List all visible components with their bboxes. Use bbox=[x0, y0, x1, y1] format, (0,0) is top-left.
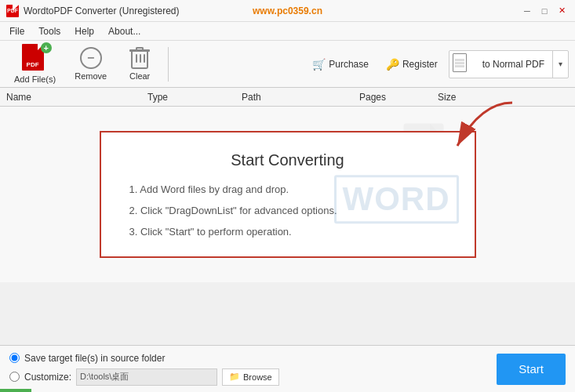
progress-bar bbox=[0, 389, 31, 392]
instruction-step-2: 2. Click "DragDownList" for advanced opt… bbox=[129, 205, 446, 216]
browse-button[interactable]: 📁 Browse bbox=[222, 368, 279, 386]
close-button[interactable]: ✕ bbox=[555, 4, 569, 18]
add-files-label: Add File(s) bbox=[14, 74, 56, 84]
convert-main-button[interactable]: to Normal PDF bbox=[475, 51, 552, 78]
instruction-box: Start Converting WORD 1. Add Word files … bbox=[100, 131, 476, 258]
trash-icon bbox=[131, 47, 148, 69]
instruction-step-3: 3. Click "Start" to perform operation. bbox=[129, 226, 446, 238]
menu-tools[interactable]: Tools bbox=[32, 24, 67, 38]
watermark-site: www.pc0359.cn bbox=[253, 5, 322, 16]
cart-icon: 🛒 bbox=[312, 58, 326, 71]
title-bar: PDF WordtoPDF Converter (Unregistered) w… bbox=[0, 0, 575, 22]
customize-row: Customize: 📁 Browse bbox=[9, 368, 497, 386]
clear-label: Clear bbox=[129, 71, 150, 81]
save-source-label: Save target file(s) in source folder bbox=[24, 353, 165, 364]
toolbar: PDF + Add File(s) − Remove Clear 🛒 Purch bbox=[0, 41, 575, 88]
path-input[interactable] bbox=[76, 368, 217, 386]
purchase-label: Purchase bbox=[329, 59, 369, 70]
menu-about[interactable]: About... bbox=[102, 24, 147, 38]
save-source-radio[interactable] bbox=[9, 353, 20, 363]
customize-radio[interactable] bbox=[9, 372, 20, 382]
remove-label: Remove bbox=[75, 71, 107, 81]
instruction-step-1: 1. Add Word files by drag and drop. bbox=[129, 183, 446, 195]
remove-button[interactable]: − Remove bbox=[67, 44, 115, 84]
title-controls: ─ □ ✕ bbox=[520, 4, 569, 18]
add-files-button[interactable]: PDF + Add File(s) bbox=[6, 41, 64, 87]
bottom-bar: Save target file(s) in source folder Cus… bbox=[0, 345, 575, 392]
title-text: WordtoPDF Converter (Unregistered) bbox=[24, 5, 180, 16]
customize-label: Customize: bbox=[24, 372, 71, 383]
menu-file[interactable]: File bbox=[3, 24, 31, 38]
clear-button[interactable]: Clear bbox=[118, 44, 162, 84]
register-button[interactable]: 🔑 Register bbox=[380, 55, 444, 74]
title-bar-left: PDF WordtoPDF Converter (Unregistered) bbox=[6, 5, 180, 17]
convert-icon bbox=[449, 51, 475, 78]
app-icon: PDF bbox=[6, 5, 19, 17]
key-icon: 🔑 bbox=[386, 58, 399, 71]
save-source-row: Save target file(s) in source folder bbox=[9, 353, 497, 364]
pdf-add-icon: PDF + bbox=[22, 44, 49, 72]
menu-bar: File Tools Help About... bbox=[0, 22, 575, 41]
browse-label: Browse bbox=[243, 372, 272, 382]
save-options: Save target file(s) in source folder Cus… bbox=[9, 353, 497, 386]
convert-dropdown: to Normal PDF ▾ bbox=[449, 50, 569, 78]
folder-icon: 📁 bbox=[229, 372, 240, 382]
instruction-list: 1. Add Word files by drag and drop. 2. C… bbox=[129, 183, 446, 238]
col-header-type: Type bbox=[147, 92, 242, 103]
minimize-button[interactable]: ─ bbox=[520, 4, 534, 18]
instruction-title: Start Converting bbox=[129, 151, 446, 169]
register-label: Register bbox=[402, 59, 438, 70]
main-area: Start Converting WORD 1. Add Word files … bbox=[0, 107, 575, 282]
col-header-pages: Pages bbox=[359, 92, 438, 103]
start-button[interactable]: Start bbox=[497, 354, 566, 385]
menu-help[interactable]: Help bbox=[68, 24, 100, 38]
remove-icon: − bbox=[80, 47, 102, 69]
col-header-name: Name bbox=[6, 92, 147, 103]
convert-arrow-button[interactable]: ▾ bbox=[552, 51, 568, 78]
toolbar-separator bbox=[168, 47, 169, 82]
col-header-path: Path bbox=[242, 92, 359, 103]
purchase-button[interactable]: 🛒 Purchase bbox=[306, 55, 375, 74]
toolbar-right: 🛒 Purchase 🔑 Register to Normal PDF ▾ bbox=[306, 50, 569, 78]
red-arrow bbox=[434, 99, 528, 177]
maximize-button[interactable]: □ bbox=[537, 4, 551, 18]
